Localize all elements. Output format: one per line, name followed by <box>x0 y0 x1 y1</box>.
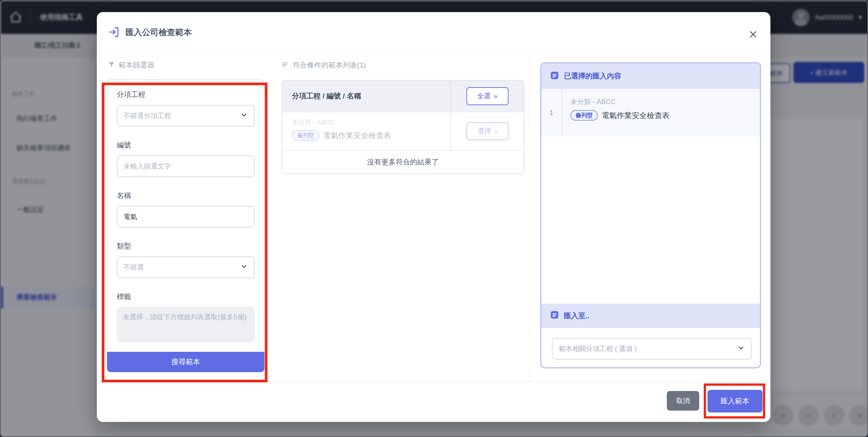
import-template-button[interactable]: 匯入範本 <box>708 390 763 412</box>
select-all-button[interactable]: 全選 » <box>466 87 509 105</box>
import-company-template-modal: 匯入公司檢查範本 ✕ 範本篩選器 分項工程 不篩選分項工程 編號 名稱 類型 <box>97 12 770 422</box>
selected-row-index: 1 <box>541 89 562 136</box>
select-all-label: 全選 <box>477 92 491 101</box>
template-row: 未分類 - ABCC 條列型 電氣作業安全檢查表 選擇 › <box>282 112 524 150</box>
template-type-badge: 條列型 <box>292 130 319 141</box>
type-label: 類型 <box>117 241 255 251</box>
template-category: 未分類 - ABCC <box>292 118 450 127</box>
results-table: 分項工程 / 編號 / 名稱 全選 » 未分類 - ABCC 條列型 電氣作業安… <box>281 80 524 174</box>
results-panel-title: 符合條件的範本列表(1) <box>293 60 366 70</box>
filter-panel-title: 範本篩選器 <box>119 60 154 70</box>
subproject-label: 分項工程 <box>117 90 255 100</box>
template-row-action-cell: 選擇 › <box>450 112 524 150</box>
results-table-header-row: 分項工程 / 編號 / 名稱 全選 » <box>282 81 524 112</box>
import-to-title: 匯入至.. <box>564 311 590 321</box>
type-select-value: 不篩選 <box>124 263 144 272</box>
number-input[interactable] <box>117 155 255 177</box>
screenshot-stage: 使用指南工具 Aa00000000 ▾ 開工/完工日期 2 檢查工作 執行檢查工… <box>0 0 868 437</box>
search-templates-button[interactable]: 搜尋範本 <box>107 352 264 372</box>
selected-template-row: 1 未分類 - ABCC 條列型 電氣作業安全檢查表 <box>541 89 760 136</box>
no-more-results-message: 沒有更多符合的結果了 <box>282 150 524 173</box>
select-template-button[interactable]: 選擇 › <box>466 122 509 140</box>
template-filter-form: 分項工程 不篩選分項工程 編號 名稱 類型 不篩選 標籤 搜尋範本 <box>107 79 264 372</box>
tags-label: 標籤 <box>117 292 255 302</box>
name-input[interactable] <box>117 206 255 228</box>
target-subproject-value: 範本相關分項工程 ( 選填 ) <box>559 344 637 353</box>
footer-divider <box>97 382 770 382</box>
panel-divider <box>529 52 530 382</box>
selected-import-header: 已選擇的匯入內容 <box>541 63 760 89</box>
selected-template-type-badge: 條列型 <box>570 110 598 121</box>
modal-title: 匯入公司檢查範本 <box>125 12 192 52</box>
chevron-down-icon <box>240 263 248 272</box>
selected-template-name: 電氣作業安全檢查表 <box>602 110 669 121</box>
close-icon[interactable]: ✕ <box>746 27 761 42</box>
number-label: 編號 <box>117 140 255 150</box>
selected-import-panel: 已選擇的匯入內容 1 未分類 - ABCC 條列型 電氣作業安全檢查表 匯入至.… <box>540 62 761 368</box>
subproject-select-value: 不篩選分項工程 <box>124 111 171 120</box>
modal-header: 匯入公司檢查範本 ✕ <box>97 12 770 52</box>
selected-import-title: 已選擇的匯入內容 <box>564 71 621 81</box>
double-chevron-right-icon: » <box>494 92 497 100</box>
results-column-header: 分項工程 / 編號 / 名稱 <box>282 91 450 101</box>
type-select[interactable]: 不篩選 <box>117 256 255 278</box>
list-lines-icon <box>281 61 289 70</box>
document-list-icon <box>550 71 559 82</box>
chevron-down-icon <box>737 344 745 354</box>
import-icon <box>108 26 120 40</box>
funnel-icon <box>108 61 115 70</box>
name-label: 名稱 <box>117 191 255 201</box>
results-header-action-cell: 全選 » <box>450 81 524 112</box>
import-to-header: 匯入至.. <box>541 304 760 328</box>
target-subproject-select[interactable]: 範本相關分項工程 ( 選填 ) <box>552 338 752 360</box>
results-panel-header: 符合條件的範本列表(1) <box>281 60 366 70</box>
selected-template-category: 未分類 - ABCC <box>570 97 669 106</box>
chevron-right-icon: › <box>495 127 497 135</box>
filter-panel-header: 範本篩選器 <box>108 60 154 70</box>
subproject-select[interactable]: 不篩選分項工程 <box>117 105 255 127</box>
chevron-down-icon <box>240 111 248 121</box>
cancel-button[interactable]: 取消 <box>667 391 699 411</box>
tags-input[interactable] <box>117 307 255 342</box>
select-template-label: 選擇 <box>478 127 491 136</box>
template-row-info: 未分類 - ABCC 條列型 電氣作業安全檢查表 <box>282 112 450 150</box>
template-name: 電氣作業安全檢查表 <box>323 130 391 141</box>
document-list-icon <box>550 310 559 322</box>
